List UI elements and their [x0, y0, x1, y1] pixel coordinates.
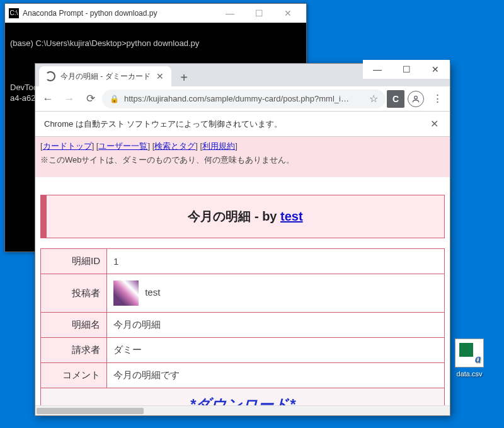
tab-close-button[interactable]: ✕ [155, 70, 165, 83]
scrollbar-thumb[interactable] [37, 408, 144, 414]
minimize-button[interactable]: — [363, 60, 392, 79]
maximize-button[interactable]: ☐ [392, 60, 421, 79]
bookmark-star-icon[interactable]: ☆ [369, 93, 378, 105]
detail-table: 明細ID 1 投稿者 test 明細名 今月の明細 請求者 ダミー コメント 今… [40, 248, 445, 415]
cmd-output-line: (base) C:\Users\kujira\Desktop>python do… [10, 38, 301, 49]
title-prefix: 今月の明細 - by [188, 209, 280, 223]
tab-favicon [45, 71, 55, 81]
profile-button[interactable] [406, 89, 426, 109]
nav-link-users[interactable]: ユーザー一覧 [98, 141, 147, 151]
close-button[interactable]: ✕ [421, 60, 450, 79]
chrome-window: 今月の明細 - ダミーカード ✕ + — ☐ ✕ ← → ⟳ 🔒 https:/… [35, 63, 450, 416]
table-row: コメント 今月の明細です [41, 363, 445, 388]
file-label: data.csv [447, 370, 491, 378]
infobar-text: Chrome は自動テスト ソフトウェアによって制御されています。 [44, 119, 282, 130]
extension-icon[interactable]: C [387, 90, 404, 108]
cmd-titlebar[interactable]: C:\ Anaconda Prompt - python download.py… [5, 4, 306, 23]
row-label: コメント [41, 363, 107, 388]
desktop-file-icon[interactable]: data.csv [447, 338, 491, 378]
nav-link-search[interactable]: 検索とタグ [154, 141, 195, 151]
cmd-icon: C:\ [9, 8, 19, 18]
chrome-tab[interactable]: 今月の明細 - ダミーカード ✕ [39, 66, 171, 86]
nav-disclaimer: ※このWebサイトは、ダミーのものであり、何の意味もありません。 [40, 154, 445, 166]
nav-links: [カードトップ] [ユーザー一覧] [検索とタグ] [利用規約] [40, 141, 445, 152]
row-value: 今月の明細 [107, 313, 445, 338]
row-label: 明細名 [41, 313, 107, 338]
url-text: https://kujirahand.com/sample/dummy-card… [124, 94, 365, 103]
page-title: 今月の明細 - by test [40, 195, 445, 238]
maximize-button[interactable]: ☐ [244, 4, 273, 23]
user-icon [408, 91, 424, 107]
excel-file-icon [455, 338, 484, 367]
row-label: 投稿者 [41, 274, 107, 313]
table-row: 投稿者 test [41, 274, 445, 313]
minimize-button[interactable]: — [215, 4, 244, 23]
row-value: ダミー [107, 338, 445, 363]
reload-button[interactable]: ⟳ [81, 89, 101, 109]
row-value: 1 [107, 249, 445, 274]
svg-point-0 [415, 96, 418, 99]
new-tab-button[interactable]: + [175, 69, 193, 86]
table-row: 請求者 ダミー [41, 338, 445, 363]
nav-link-top[interactable]: カードトップ [43, 141, 92, 151]
automation-infobar: Chrome は自動テスト ソフトウェアによって制御されています。 ✕ [35, 112, 450, 137]
forward-button[interactable]: → [59, 89, 79, 109]
avatar [113, 281, 139, 306]
address-bar[interactable]: 🔒 https://kujirahand.com/sample/dummy-ca… [102, 90, 386, 108]
chrome-tabstrip: 今月の明細 - ダミーカード ✕ + — ☐ ✕ [35, 64, 450, 86]
row-label: 明細ID [41, 249, 107, 274]
cmd-title: Anaconda Prompt - python download.py [23, 9, 215, 18]
title-user-link[interactable]: test [280, 209, 303, 223]
horizontal-scrollbar[interactable] [35, 405, 450, 415]
infobar-close-button[interactable]: ✕ [428, 115, 441, 132]
tab-title: 今月の明細 - ダミーカード [60, 71, 151, 82]
table-row: 明細ID 1 [41, 249, 445, 274]
close-button[interactable]: ✕ [273, 4, 302, 23]
nav-link-terms[interactable]: 利用規約 [202, 141, 235, 151]
nav-banner: [カードトップ] [ユーザー一覧] [検索とタグ] [利用規約] ※このWebサ… [35, 137, 450, 177]
row-label: 請求者 [41, 338, 107, 363]
chrome-toolbar: ← → ⟳ 🔒 https://kujirahand.com/sample/du… [35, 86, 450, 112]
back-button[interactable]: ← [38, 89, 58, 109]
window-controls: — ☐ ✕ [363, 60, 450, 79]
row-value: 今月の明細です [107, 363, 445, 388]
poster-name: test [145, 287, 160, 298]
row-value: test [107, 274, 445, 313]
lock-icon: 🔒 [110, 95, 119, 103]
table-row: 明細名 今月の明細 [41, 313, 445, 338]
menu-button[interactable]: ⋮ [427, 89, 447, 109]
page-viewport[interactable]: [カードトップ] [ユーザー一覧] [検索とタグ] [利用規約] ※このWebサ… [35, 137, 450, 415]
